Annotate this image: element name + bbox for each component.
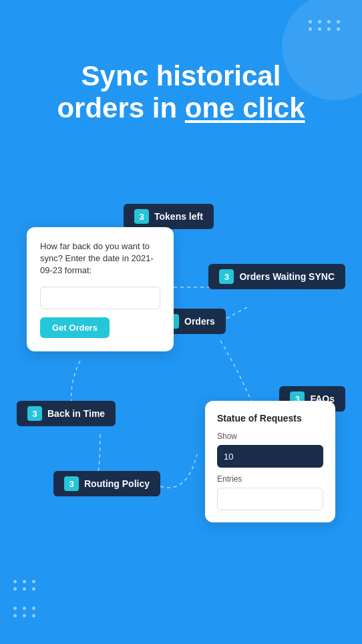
sync-description: How far back do you want to sync? Enter … bbox=[40, 240, 160, 277]
back-in-time-number: 3 bbox=[27, 406, 42, 421]
date-input[interactable] bbox=[40, 287, 160, 309]
show-select[interactable]: 10 25 50 100 bbox=[217, 445, 323, 468]
back-in-time-badge: 3 Back in Time bbox=[17, 401, 116, 426]
hero-title: Sync historicalorders in one click bbox=[20, 60, 342, 125]
back-in-time-label: Back in Time bbox=[47, 408, 105, 419]
get-orders-button[interactable]: Get Orders bbox=[40, 317, 110, 338]
tokens-left-badge: 3 Tokens left bbox=[124, 204, 214, 229]
routing-policy-badge: 3 Routing Policy bbox=[53, 471, 160, 496]
routing-policy-label: Routing Policy bbox=[84, 478, 150, 489]
dots-decoration-bottom-left bbox=[13, 580, 37, 591]
entries-label: Entries bbox=[217, 474, 323, 484]
sync-card: How far back do you want to sync? Enter … bbox=[27, 227, 174, 351]
orders-waiting-number: 3 bbox=[219, 269, 234, 284]
show-label: Show bbox=[217, 432, 323, 441]
dots-decoration-top-right bbox=[309, 20, 342, 31]
hero-section: Sync historicalorders in one click bbox=[0, 60, 362, 125]
orders-label: Orders bbox=[184, 316, 215, 327]
status-card: Statue of Requests Show 10 25 50 100 Ent… bbox=[205, 401, 335, 522]
orders-waiting-badge: 3 Orders Waiting SYNC bbox=[208, 264, 345, 289]
status-card-title: Statue of Requests bbox=[217, 413, 323, 424]
tokens-label: Tokens left bbox=[154, 211, 203, 222]
tokens-number: 3 bbox=[134, 209, 149, 224]
entries-input[interactable] bbox=[217, 488, 323, 510]
dots-decoration-bottom-left2 bbox=[13, 607, 37, 617]
routing-policy-number: 3 bbox=[64, 476, 79, 491]
orders-waiting-label: Orders Waiting SYNC bbox=[239, 271, 335, 282]
